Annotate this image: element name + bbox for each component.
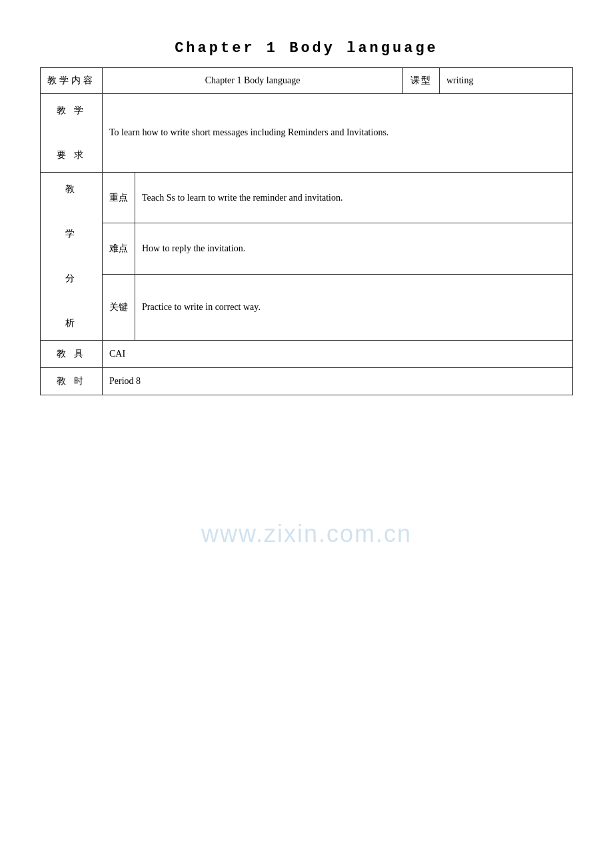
cell-period-label: 教 时 [41,367,103,395]
table-row-period: 教 时 Period 8 [41,367,573,395]
table-row-header: 教学内容 Chapter 1 Body language 课型 writing [41,68,573,94]
watermark: www.zixin.com.cn [201,520,412,548]
table-row-teaching-req: 教 学要 求 To learn how to write short messa… [41,94,573,173]
lesson-plan-table: 教学内容 Chapter 1 Body language 课型 writing … [40,67,573,395]
cell-nandian-label: 难点 [103,223,135,275]
cell-kexing-value: writing [440,68,573,94]
page-container: Chapter 1 Body language 教学内容 Chapter 1 B… [0,0,613,422]
cell-chapter-value: Chapter 1 Body language [103,68,403,94]
cell-guanjian-content: Practice to write in correct way. [135,274,573,340]
cell-nandian-content: How to reply the invitation. [135,223,573,275]
cell-teaching-req-label: 教 学要 求 [41,94,103,173]
cell-zhongdian-label: 重点 [103,172,135,223]
table-row-nandian: 难点 How to reply the invitation. [41,223,573,275]
cell-jiaoxuefenxi-label: 教学分析 [41,172,103,340]
cell-tools-label: 教 具 [41,340,103,367]
cell-kexing-label: 课型 [403,68,440,94]
cell-tools-content: CAI [103,340,573,367]
table-row-tools: 教 具 CAI [41,340,573,367]
table-row-guanjian: 关键 Practice to write in correct way. [41,274,573,340]
cell-jiaoxue-neirong-label: 教学内容 [41,68,103,94]
cell-teaching-req-content: To learn how to write short messages inc… [103,94,573,173]
page-title: Chapter 1 Body language [40,40,573,57]
cell-period-content: Period 8 [103,367,573,395]
cell-zhongdian-content: Teach Ss to learn to write the reminder … [135,172,573,223]
cell-guanjian-label: 关键 [103,274,135,340]
table-row-zhongdian: 教学分析 重点 Teach Ss to learn to write the r… [41,172,573,223]
